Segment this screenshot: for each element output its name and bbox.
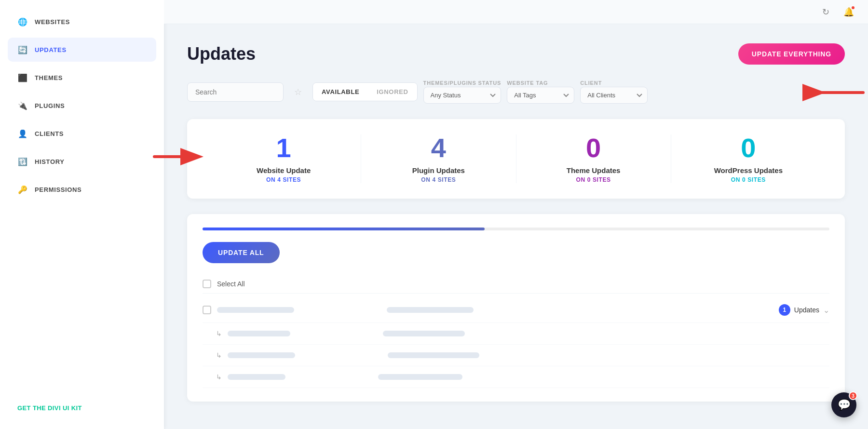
refresh-icon[interactable]: ↻ <box>818 4 833 20</box>
available-toggle[interactable]: AVAILABLE <box>313 83 368 101</box>
sidebar-item-label: Updates <box>35 46 67 54</box>
websites-icon: 🌐 <box>17 16 28 27</box>
sidebar-item-label: Websites <box>35 18 70 26</box>
stat-website-number: 1 <box>276 134 291 161</box>
sidebar-item-themes[interactable]: ⬛ Themes <box>8 66 156 90</box>
row-site-name <box>228 331 290 336</box>
sidebar-item-websites[interactable]: 🌐 Websites <box>8 10 156 34</box>
sidebar-item-plugins[interactable]: 🔌 Plugins <box>8 94 156 118</box>
progress-bar-fill <box>203 228 485 230</box>
sidebar-item-label: Plugins <box>35 102 65 109</box>
stat-theme-updates: 0 Theme Updates ON 0 SITES <box>516 134 671 183</box>
row-site-name <box>217 307 294 313</box>
indent-arrow-icon: ↳ <box>216 351 222 359</box>
notification-badge <box>851 5 855 10</box>
status-filter-label: THEMES/PLUGINS STATUS <box>423 80 502 86</box>
stat-theme-sublabel: ON 0 SITES <box>576 176 611 183</box>
stat-plugin-sublabel: ON 4 SITES <box>421 176 456 183</box>
sidebar-item-clients[interactable]: 👤 Clients <box>8 121 156 146</box>
tag-filter-group: WEBSITE TAG All Tags <box>507 80 574 104</box>
expand-icon[interactable]: ⌄ <box>823 306 829 315</box>
row-version <box>388 352 479 358</box>
row-site-name <box>228 374 285 380</box>
client-filter-select[interactable]: All Clients <box>580 87 648 104</box>
stat-plugin-number: 4 <box>431 134 446 161</box>
sidebar-item-history[interactable]: 🔃 History <box>8 149 156 174</box>
star-filter-button[interactable]: ☆ <box>289 83 307 101</box>
topbar: ↻ 🔔 <box>164 0 868 24</box>
table-row: ↳ <box>203 366 829 388</box>
updates-icon: 🔄 <box>17 44 28 55</box>
clients-icon: 👤 <box>17 128 28 139</box>
stat-website-label: Website Update <box>257 166 311 174</box>
tag-filter-select[interactable]: All Tags <box>507 87 574 104</box>
table-row: 1 Updates ⌄ <box>203 297 829 323</box>
plugins-icon: 🔌 <box>17 100 28 111</box>
stat-wordpress-number: 0 <box>741 134 756 161</box>
stat-website-updates: 1 Website Update ON 4 SITES <box>206 134 361 183</box>
stat-plugin-updates: 4 Plugin Updates ON 4 SITES <box>361 134 516 183</box>
row-version <box>378 374 462 380</box>
indent-arrow-icon: ↳ <box>216 373 222 381</box>
progress-bar-wrap <box>203 228 829 230</box>
update-all-button[interactable]: UPDATE ALL <box>203 242 280 263</box>
chat-badge: 3 <box>849 391 857 400</box>
sidebar-item-label: Permissions <box>35 186 81 193</box>
search-input[interactable] <box>187 82 284 102</box>
sidebar: 🌐 Websites 🔄 Updates ⬛ Themes 🔌 Plugins … <box>0 0 164 429</box>
status-filter-select[interactable]: Any Status <box>423 87 502 104</box>
stat-plugin-label: Plugin Updates <box>412 166 465 174</box>
stat-wordpress-sublabel: ON 0 SITES <box>731 176 766 183</box>
row-version <box>387 307 474 313</box>
row-site-name <box>228 352 295 358</box>
stats-row: 1 Website Update ON 4 SITES 4 Plugin Upd… <box>187 119 845 199</box>
permissions-icon: 🔑 <box>17 184 28 195</box>
select-all-label: Select All <box>217 280 245 288</box>
themes-icon: ⬛ <box>17 72 28 83</box>
filter-row: ☆ AVAILABLE IGNORED THEMES/PLUGINS STATU… <box>187 80 845 104</box>
status-filter-group: THEMES/PLUGINS STATUS Any Status <box>423 80 502 104</box>
updates-section: UPDATE ALL Select All 1 Updates ⌄ ↳ ↳ <box>187 214 845 402</box>
chat-bubble[interactable]: 💬 3 <box>831 392 856 417</box>
stat-wordpress-updates: 0 WordPress Updates ON 0 SITES <box>671 134 826 183</box>
sidebar-item-label: History <box>35 158 65 165</box>
client-filter-group: CLIENT All Clients <box>580 80 648 104</box>
stat-wordpress-label: WordPress Updates <box>714 166 783 174</box>
sidebar-nav: 🌐 Websites 🔄 Updates ⬛ Themes 🔌 Plugins … <box>8 10 156 201</box>
sidebar-item-updates[interactable]: 🔄 Updates <box>8 38 156 62</box>
client-filter-label: CLIENT <box>580 80 648 86</box>
badge-label: Updates <box>794 306 819 314</box>
select-all-checkbox[interactable] <box>203 280 211 288</box>
sidebar-item-permissions[interactable]: 🔑 Permissions <box>8 177 156 201</box>
updates-badge: 1 Updates ⌄ <box>779 304 829 316</box>
table-row: ↳ <box>203 323 829 345</box>
main-header: Updates UPDATE EVERYTHING <box>187 43 845 65</box>
main-content: Updates UPDATE EVERYTHING ☆ AVAILABLE IG… <box>164 24 868 429</box>
stat-theme-label: Theme Updates <box>567 166 621 174</box>
row-checkbox[interactable] <box>203 306 211 314</box>
indent-arrow-icon: ↳ <box>216 330 222 337</box>
stat-website-sublabel: ON 4 SITES <box>266 176 301 183</box>
notification-icon[interactable]: 🔔 <box>841 4 856 20</box>
sidebar-item-label: Clients <box>35 130 64 137</box>
history-icon: 🔃 <box>17 156 28 167</box>
ignored-toggle[interactable]: IGNORED <box>368 83 417 101</box>
tag-filter-label: WEBSITE TAG <box>507 80 574 86</box>
row-version <box>383 331 465 336</box>
select-all-row: Select All <box>203 275 829 294</box>
badge-count: 1 <box>779 304 790 316</box>
page-title: Updates <box>187 44 256 64</box>
availability-toggle: AVAILABLE IGNORED <box>312 82 418 101</box>
stat-theme-number: 0 <box>586 134 601 161</box>
update-everything-button[interactable]: UPDATE EVERYTHING <box>738 43 845 65</box>
sidebar-item-label: Themes <box>35 74 63 81</box>
sidebar-footer-link[interactable]: GET THE DIVI UI KIT <box>8 397 156 419</box>
table-row: ↳ <box>203 345 829 366</box>
